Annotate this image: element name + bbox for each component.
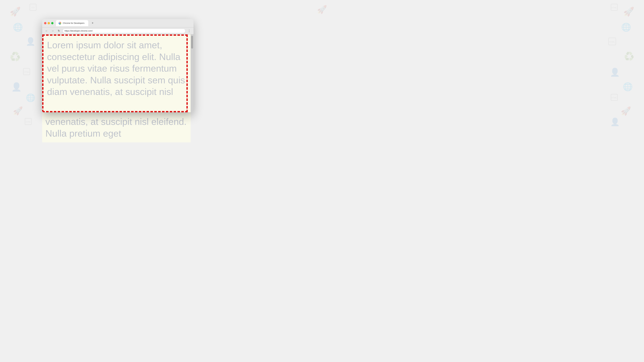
deco-html-r3: HTML (610, 93, 618, 103)
svg-text:HTML: HTML (24, 71, 29, 73)
menu-button[interactable]: ⋮ (187, 28, 192, 33)
svg-rect-6 (611, 4, 618, 10)
deco-globe-1: 🌐 (13, 22, 23, 32)
address-bar[interactable]: https://developer.chrome.com/ (62, 29, 186, 33)
deco-globe-r2: 🌐 (623, 82, 633, 91)
deco-rocket-r2: 🚀 (621, 106, 631, 116)
deco-person-1: 👤 (26, 37, 36, 46)
close-button[interactable] (44, 22, 46, 24)
menu-icon: ⋮ (188, 29, 190, 33)
scrollbar-thumb[interactable] (191, 36, 193, 48)
deco-globe-2: 🌐 (26, 93, 36, 102)
active-tab[interactable]: Chrome for Developers (56, 20, 88, 26)
browser-window: Chrome for Developers + ← → ↻ https://de… (42, 19, 194, 112)
forward-icon: → (51, 29, 54, 32)
url-text: https://developer.chrome.com/ (64, 29, 92, 32)
deco-html-2: HTML (22, 67, 30, 77)
chrome-favicon (58, 21, 62, 25)
deco-html-3: HTML (24, 117, 32, 127)
deco-globe-r1: 🌐 (621, 22, 631, 32)
deco-person-r2: 👤 (610, 117, 620, 126)
svg-rect-8 (608, 38, 616, 45)
svg-rect-2 (23, 68, 30, 75)
svg-rect-4 (25, 118, 32, 125)
svg-text:HTML: HTML (612, 6, 617, 9)
deco-person-2: 👤 (11, 82, 22, 92)
svg-point-14 (60, 23, 60, 23)
reload-button[interactable]: ↻ (56, 28, 61, 33)
nav-bar: ← → ↻ https://developer.chrome.com/ ⋮ (42, 27, 194, 34)
deco-recycle-1: ♻️ (10, 51, 21, 62)
new-tab-button[interactable]: + (90, 21, 95, 25)
reload-icon: ↻ (58, 29, 60, 32)
svg-text:</>: </> (32, 6, 34, 9)
deco-html-r1: HTML (610, 3, 618, 13)
tab-title: Chrome for Developers (63, 22, 86, 24)
maximize-button[interactable] (51, 22, 54, 24)
content-area: Lorem ipsum dolor sit amet, consectetur … (42, 34, 194, 112)
deco-person-r1: 👤 (610, 67, 620, 77)
traffic-lights (44, 22, 54, 24)
deco-rocket-top: 🚀 (317, 5, 327, 14)
deco-recycle-r1: ♻️ (624, 51, 634, 61)
deco-rocket-r1: 🚀 (623, 6, 634, 17)
back-icon: ← (45, 29, 48, 32)
deco-rocket-2: 🚀 (13, 106, 23, 115)
page-content: Lorem ipsum dolor sit amet, consectetur … (42, 34, 190, 112)
deco-html-r2: HTML (608, 37, 617, 48)
svg-text:HTML: HTML (612, 97, 617, 99)
svg-text:HTML: HTML (609, 41, 615, 43)
overflow-lorem-text: venenatis, at suscipit nisl eleifend. Nu… (42, 113, 190, 142)
svg-rect-10 (611, 94, 618, 100)
deco-rocket-1: 🚀 (10, 6, 21, 17)
title-bar: Chrome for Developers + (42, 19, 194, 27)
back-button[interactable]: ← (44, 28, 49, 33)
forward-button[interactable]: → (50, 28, 55, 33)
svg-text:HTML: HTML (26, 121, 31, 123)
minimize-button[interactable] (48, 22, 50, 24)
scrollbar[interactable] (190, 34, 194, 112)
deco-html-1: </> (29, 3, 37, 13)
svg-rect-0 (30, 4, 36, 10)
lorem-text: Lorem ipsum dolor sit amet, consectetur … (46, 38, 188, 99)
